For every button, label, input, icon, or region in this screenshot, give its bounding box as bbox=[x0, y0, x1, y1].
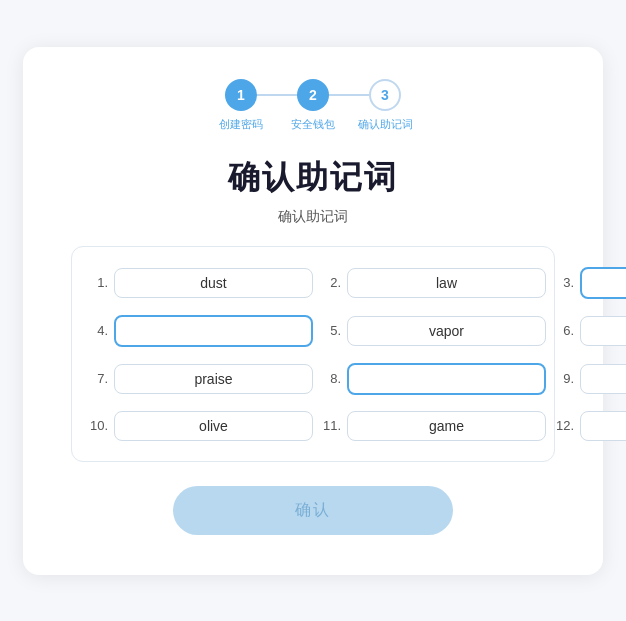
word-input-8[interactable] bbox=[347, 363, 546, 395]
word-number-5: 5. bbox=[321, 323, 341, 338]
word-input-5[interactable] bbox=[347, 316, 546, 346]
step-1-circle: 1 bbox=[225, 79, 257, 111]
step-label-3: 确认助记词 bbox=[349, 117, 421, 132]
confirm-button[interactable]: 确认 bbox=[173, 486, 453, 535]
word-item-12: 12. bbox=[554, 411, 626, 441]
step-line-1 bbox=[257, 94, 297, 96]
word-number-11: 11. bbox=[321, 418, 341, 433]
word-item-3: 3. bbox=[554, 267, 626, 299]
word-item-7: 7. bbox=[88, 363, 313, 395]
word-item-1: 1. bbox=[88, 267, 313, 299]
word-input-2[interactable] bbox=[347, 268, 546, 298]
word-input-12[interactable] bbox=[580, 411, 626, 441]
stepper-labels: 创建密码 安全钱包 确认助记词 bbox=[205, 117, 421, 132]
step-label-2: 安全钱包 bbox=[277, 117, 349, 132]
stepper-circles: 1 2 3 bbox=[225, 79, 401, 111]
word-number-9: 9. bbox=[554, 371, 574, 386]
word-number-10: 10. bbox=[88, 418, 108, 433]
word-item-4: 4. bbox=[88, 315, 313, 347]
word-number-7: 7. bbox=[88, 371, 108, 386]
word-item-2: 2. bbox=[321, 267, 546, 299]
card: 1 2 3 创建密码 安全钱包 确认助记词 确认助记词 确认助记词 1. bbox=[23, 47, 603, 575]
stepper: 1 2 3 创建密码 安全钱包 确认助记词 bbox=[71, 79, 555, 132]
word-input-6[interactable] bbox=[580, 316, 626, 346]
word-number-2: 2. bbox=[321, 275, 341, 290]
word-number-3: 3. bbox=[554, 275, 574, 290]
word-item-9: 9. bbox=[554, 363, 626, 395]
word-input-4[interactable] bbox=[114, 315, 313, 347]
step-3-circle: 3 bbox=[369, 79, 401, 111]
word-number-8: 8. bbox=[321, 371, 341, 386]
word-item-6: 6. bbox=[554, 315, 626, 347]
word-number-4: 4. bbox=[88, 323, 108, 338]
word-grid-container: 1. 2. 3. 4. 5. bbox=[71, 246, 555, 462]
word-input-11[interactable] bbox=[347, 411, 546, 441]
word-item-10: 10. bbox=[88, 411, 313, 441]
word-input-9[interactable] bbox=[580, 364, 626, 394]
word-number-1: 1. bbox=[88, 275, 108, 290]
word-number-12: 12. bbox=[554, 418, 574, 433]
word-input-3[interactable] bbox=[580, 267, 626, 299]
step-line-2 bbox=[329, 94, 369, 96]
word-item-11: 11. bbox=[321, 411, 546, 441]
page-container: 1 2 3 创建密码 安全钱包 确认助记词 确认助记词 确认助记词 1. bbox=[0, 0, 626, 621]
word-input-10[interactable] bbox=[114, 411, 313, 441]
step-2-circle: 2 bbox=[297, 79, 329, 111]
word-grid: 1. 2. 3. 4. 5. bbox=[88, 267, 538, 441]
page-subtitle: 确认助记词 bbox=[71, 208, 555, 226]
page-title: 确认助记词 bbox=[71, 156, 555, 200]
word-number-6: 6. bbox=[554, 323, 574, 338]
word-item-8: 8. bbox=[321, 363, 546, 395]
word-item-5: 5. bbox=[321, 315, 546, 347]
step-label-1: 创建密码 bbox=[205, 117, 277, 132]
word-input-7[interactable] bbox=[114, 364, 313, 394]
word-input-1[interactable] bbox=[114, 268, 313, 298]
